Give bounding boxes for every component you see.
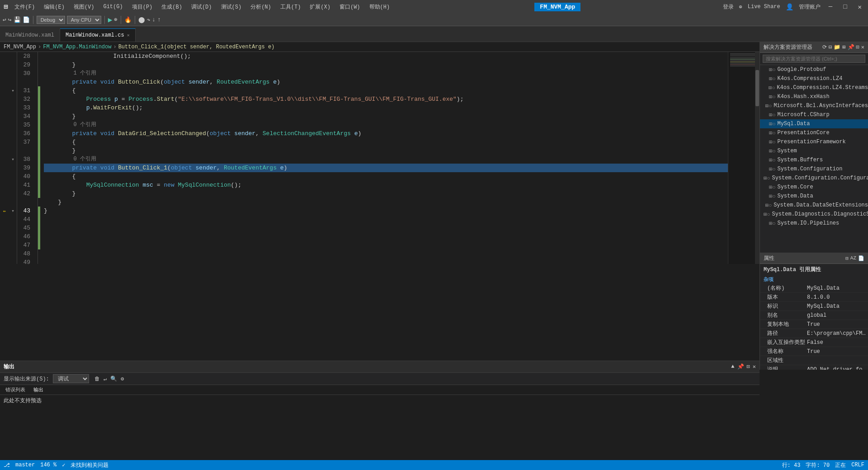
fold-31b[interactable]: ▾ xyxy=(9,86,17,95)
sol-sync-icon[interactable]: ⟳ xyxy=(822,44,827,51)
title-menu-window[interactable]: 窗口(W) xyxy=(337,2,363,12)
prop-row-copylocal[interactable]: 复制本地 True xyxy=(760,320,868,329)
output-source-select[interactable]: 调试 xyxy=(53,374,89,383)
close-button[interactable]: ✕ xyxy=(855,3,864,11)
breadcrumb-class[interactable]: FM_NVM_App.MainWindow xyxy=(43,44,111,50)
tree-item-protobuf[interactable]: ⊞○ Google.Protobuf xyxy=(760,65,868,74)
tree-item-sysdataset[interactable]: ⊞○ System.Data.DataSetExtensions xyxy=(760,201,868,210)
prop-row-embed[interactable]: 嵌入互操作类型 False xyxy=(760,338,868,347)
tree-item-presentationcore[interactable]: ⊞○ PresentationCore xyxy=(760,128,868,137)
editor-scrollbar-track[interactable] xyxy=(755,52,760,264)
tree-item-systembuffers[interactable]: ⊞○ System.Buffers xyxy=(760,155,868,164)
status-encoding[interactable]: CRLF xyxy=(851,462,864,468)
title-menu-test[interactable]: 测试(S) xyxy=(218,2,245,12)
sol-collapse-icon[interactable]: ⊟ xyxy=(829,44,832,51)
target-select[interactable]: Any CPU xyxy=(67,16,101,24)
status-col[interactable]: 字符: 70 xyxy=(806,461,830,469)
tree-item-mysqldata[interactable]: ⊞○ MySql.Data xyxy=(760,119,868,128)
title-menu-git[interactable]: Git(G) xyxy=(100,3,125,11)
title-menu-project[interactable]: 项目(P) xyxy=(129,2,156,12)
tree-item-sysdata[interactable]: ⊞○ System.Data xyxy=(760,192,868,201)
tree-item-sysconfigcfg[interactable]: ⊞○ System.Configuration.Configuratio... xyxy=(760,174,868,183)
tab-output[interactable]: 输出 xyxy=(30,386,47,394)
title-menu-analyze[interactable]: 分析(N) xyxy=(248,2,274,12)
minimize-button[interactable]: ─ xyxy=(826,3,835,10)
status-no-issues[interactable]: 未找到相关问题 xyxy=(71,461,108,469)
git-branch-label[interactable]: master xyxy=(15,462,35,468)
manage-label[interactable]: 管理账户 xyxy=(799,3,821,11)
prop-sort-alpha-icon[interactable]: AZ xyxy=(850,255,856,261)
tab-cs[interactable]: MainWindow.xaml.cs ✕ xyxy=(60,28,136,42)
output-find-icon[interactable]: 🔍 xyxy=(110,376,117,382)
title-menu-ext[interactable]: 扩展(X) xyxy=(307,2,333,12)
sol-pin-icon[interactable]: 📌 xyxy=(848,44,854,51)
undo-icon[interactable]: ↩ xyxy=(3,16,6,24)
title-menu-file[interactable]: 文件(F) xyxy=(12,2,38,12)
breadcrumb-project[interactable]: FM_NVM_App xyxy=(4,44,36,50)
prop-page-icon[interactable]: 📄 xyxy=(858,255,864,261)
tab-xaml[interactable]: MainWindow.xaml xyxy=(0,28,60,42)
sol-new-folder-icon[interactable]: 📁 xyxy=(834,44,840,51)
live-share-button[interactable]: Live Share xyxy=(748,4,780,10)
run-button[interactable]: ▶ xyxy=(108,15,113,24)
output-wrap-icon[interactable]: ↵ xyxy=(104,376,107,382)
maximize-button[interactable]: □ xyxy=(840,3,849,10)
sol-filter-icon[interactable]: ⊞ xyxy=(842,44,845,51)
output-pin-icon[interactable]: 📌 xyxy=(737,363,744,370)
output-settings-icon[interactable]: ⚙ xyxy=(121,376,124,382)
solution-search-input[interactable] xyxy=(763,55,865,63)
prop-row-identity[interactable]: 标识 MySql.Data xyxy=(760,302,868,311)
tree-item-sysdiag[interactable]: ⊞○ System.Diagnostics.DiagnosticSou... xyxy=(760,210,868,219)
tree-item-sysio[interactable]: ⊞○ System.IO.Pipelines xyxy=(760,219,868,228)
debug-config-select[interactable]: Debug xyxy=(37,16,65,24)
prop-row-strongname[interactable]: 强名称 True xyxy=(760,347,868,356)
hot-reload-icon[interactable]: 🔥 xyxy=(124,16,132,24)
prop-row-version[interactable]: 版本 8.1.0.0 xyxy=(760,293,868,302)
output-float-icon[interactable]: ⊡ xyxy=(747,363,750,370)
status-cursor[interactable]: 行: 43 xyxy=(782,461,801,469)
output-close-icon[interactable]: ✕ xyxy=(753,363,756,370)
title-menu-help[interactable]: 帮助(H) xyxy=(367,2,393,12)
breakpoint-icon[interactable]: ⬤ xyxy=(138,16,145,24)
login-label[interactable]: 登录 xyxy=(723,3,734,11)
title-menu-build[interactable]: 生成(B) xyxy=(159,2,185,12)
sol-float-icon[interactable]: ⊡ xyxy=(856,44,859,51)
tree-item-syscore[interactable]: ⊞○ System.Core xyxy=(760,183,868,192)
prop-sort-cat-icon[interactable]: ⊟ xyxy=(845,255,849,261)
output-clear-icon[interactable]: 🗑 xyxy=(94,376,100,382)
new-file-icon[interactable]: 📄 xyxy=(23,16,30,24)
step-over-icon[interactable]: ↷ xyxy=(147,16,151,24)
fold-38b[interactable]: ▾ xyxy=(9,155,17,164)
tree-item-asyncinterfaces[interactable]: ⊞○ Microsoft.Bcl.AsyncInterfaces xyxy=(760,101,868,110)
title-menu-debug[interactable]: 调试(D) xyxy=(189,2,215,12)
tree-item-presentationfw[interactable]: ⊞○ PresentationFramework xyxy=(760,137,868,146)
redo-icon[interactable]: ↪ xyxy=(8,16,12,24)
output-move-up-icon[interactable]: ▲ xyxy=(731,363,734,370)
breadcrumb-method[interactable]: Button_Click_1(object sender, RoutedEven… xyxy=(118,44,275,50)
tree-item-xxhash[interactable]: ⊞○ K4os.Hash.xxHash xyxy=(760,92,868,101)
editor-scrollbar-thumb[interactable] xyxy=(755,70,759,106)
account-icon[interactable]: 👤 xyxy=(786,3,793,11)
sol-close-icon[interactable]: ✕ xyxy=(861,44,864,51)
title-menu-edit[interactable]: 编辑(E) xyxy=(41,2,67,12)
tree-item-system[interactable]: ⊞○ System xyxy=(760,146,868,155)
tree-item-lz4[interactable]: ⊞○ K4os.Compression.LZ4 xyxy=(760,74,868,83)
tree-item-csharp[interactable]: ⊞○ Microsoft.CSharp xyxy=(760,110,868,119)
tree-item-sysconfig[interactable]: ⊞○ System.Configuration xyxy=(760,164,868,174)
status-zoom-level[interactable]: 正在 xyxy=(835,461,846,469)
step-out-icon[interactable]: ↑ xyxy=(157,16,161,23)
step-into-icon[interactable]: ↓ xyxy=(152,16,156,23)
tab-error-list[interactable]: 错误列表 xyxy=(2,386,29,394)
title-menu-tools[interactable]: 工具(T) xyxy=(278,2,304,12)
prop-row-path[interactable]: 路径 E:\program\cpp\FM_NVM xyxy=(760,329,868,338)
tab-cs-close[interactable]: ✕ xyxy=(127,33,130,38)
prop-row-name[interactable]: (名称) MySql.Data xyxy=(760,284,868,293)
code-editor[interactable]: InitializeComponent(); } 1 个引用 private v… xyxy=(40,52,728,264)
tree-item-lz4streams[interactable]: ⊞○ K4os.Compression.LZ4.Streams xyxy=(760,83,868,92)
title-menu-view[interactable]: 视图(V) xyxy=(71,2,97,12)
save-icon[interactable]: 💾 xyxy=(14,16,21,24)
status-zoom[interactable]: 146 % xyxy=(40,462,57,468)
prop-row-desc[interactable]: 说明 ADO.Net driver for MySQL xyxy=(760,365,868,370)
prop-row-culture[interactable]: 区域性 xyxy=(760,356,868,365)
fold-43b[interactable]: ▾ xyxy=(9,207,17,215)
